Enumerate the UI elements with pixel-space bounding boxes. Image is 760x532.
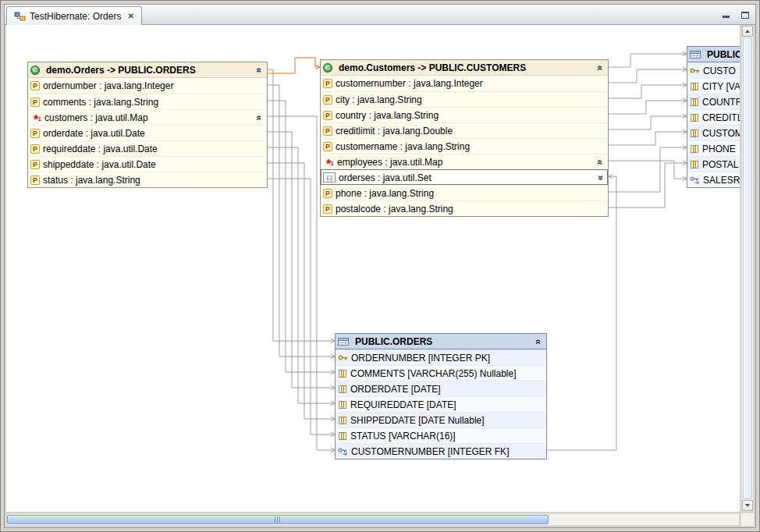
- column-icon: [690, 98, 699, 107]
- field-row-orderses[interactable]: orderses : java.util.Set: [321, 169, 608, 185]
- field-row[interactable]: creditlimit : java.lang.Double: [321, 122, 608, 138]
- column-row[interactable]: ORDERDATE [DATE]: [336, 381, 546, 396]
- field-row[interactable]: phone : java.lang.String: [321, 185, 608, 200]
- class-icon: [30, 66, 40, 75]
- column-row[interactable]: SHIPPEDDATE [DATE Nullable]: [336, 412, 546, 427]
- expand-icon[interactable]: [595, 172, 606, 183]
- field-row[interactable]: customers : java.util.Map: [28, 109, 267, 125]
- field-label: orderdate : java.util.Date: [43, 128, 145, 139]
- view-window-controls: [720, 9, 751, 20]
- foreign-key-icon: [338, 447, 348, 456]
- primary-key-icon: [690, 66, 700, 75]
- entity-header[interactable]: demo.Orders -> PUBLIC.ORDERS: [28, 62, 267, 78]
- property-icon: [323, 142, 332, 151]
- vertical-scrollbar[interactable]: [741, 25, 754, 512]
- collapse-icon[interactable]: [254, 112, 265, 123]
- arrow-up-icon: [745, 30, 750, 33]
- view-tab-bar: TestHibernate: Orders ✕: [5, 5, 755, 25]
- column-label: CUSTOM: [702, 128, 740, 139]
- column-icon: [338, 400, 347, 410]
- column-icon: [690, 129, 699, 138]
- vertical-scrollbar-thumb[interactable]: [743, 37, 752, 499]
- field-row[interactable]: customernumber : java.lang.Integer: [321, 76, 608, 91]
- field-row[interactable]: ordernumber : java.lang.Integer: [28, 78, 267, 94]
- column-row[interactable]: STATUS [VARCHAR(16)]: [336, 427, 546, 443]
- table-public-customers[interactable]: PUBLIC.CUSTOMERS CUSTO CITY [VA: [687, 46, 740, 188]
- column-icon: [690, 113, 699, 122]
- property-icon: [323, 204, 332, 214]
- collapse-icon[interactable]: [533, 336, 544, 347]
- thumb-grip-icon: [275, 516, 282, 523]
- property-icon: [323, 95, 332, 105]
- property-icon: [30, 81, 40, 90]
- column-row[interactable]: ORDERNUMBER [INTEGER PK]: [336, 349, 546, 365]
- column-row[interactable]: SALESR: [687, 172, 740, 187]
- field-row[interactable]: postalcode : java.lang.String: [321, 200, 608, 216]
- field-label: phone : java.lang.String: [336, 188, 434, 199]
- column-icon: [690, 160, 699, 169]
- maximize-button[interactable]: [739, 9, 751, 20]
- column-row[interactable]: CITY [VA: [687, 78, 740, 94]
- minimize-button[interactable]: [720, 9, 732, 20]
- table-header[interactable]: PUBLIC.ORDERS: [336, 334, 546, 349]
- tab-close-icon[interactable]: ✕: [127, 12, 133, 20]
- table-header[interactable]: PUBLIC.CUSTOMERS: [687, 47, 740, 62]
- entity-customers-class[interactable]: demo.Customers -> PUBLIC.CUSTOMERS custo…: [320, 59, 609, 217]
- field-label: customername : java.lang.String: [336, 141, 470, 152]
- table-title: PUBLIC.ORDERS: [355, 336, 432, 347]
- column-row[interactable]: CUSTOMERNUMBER [INTEGER FK]: [336, 443, 546, 459]
- column-label: ORDERDATE [DATE]: [350, 384, 441, 395]
- field-row[interactable]: requireddate : java.util.Date: [28, 140, 267, 156]
- property-icon: [30, 98, 40, 107]
- table-icon: [338, 337, 349, 346]
- set-icon: [323, 172, 336, 183]
- field-label: customernumber : java.lang.Integer: [336, 78, 483, 89]
- entity-header[interactable]: demo.Customers -> PUBLIC.CUSTOMERS: [321, 60, 608, 76]
- column-icon: [338, 416, 347, 425]
- column-row[interactable]: CUSTOM: [687, 125, 740, 140]
- column-icon: [690, 82, 699, 91]
- collapse-icon[interactable]: [595, 62, 606, 73]
- column-label: CITY [VA: [702, 81, 740, 92]
- tab-testhibernate-orders[interactable]: TestHibernate: Orders ✕: [6, 6, 142, 25]
- column-label: SHIPPEDDATE [DATE Nullable]: [350, 415, 485, 426]
- field-label: shippeddate : java.util.Date: [43, 159, 156, 170]
- column-row[interactable]: CREDITL: [687, 109, 740, 125]
- field-row[interactable]: orderdate : java.util.Date: [28, 125, 267, 140]
- diagram-canvas[interactable]: demo.Orders -> PUBLIC.ORDERS ordernumber…: [6, 25, 740, 512]
- column-row[interactable]: PHONE: [687, 140, 740, 156]
- property-icon: [30, 129, 40, 138]
- field-row[interactable]: employees : java.util.Map: [321, 154, 608, 169]
- property-icon: [323, 189, 332, 198]
- field-row[interactable]: shippeddate : java.util.Date: [28, 156, 267, 172]
- scroll-up-button[interactable]: [742, 26, 753, 37]
- column-label: STATUS [VARCHAR(16)]: [350, 431, 456, 442]
- many-to-one-icon: [323, 157, 334, 167]
- field-row[interactable]: country : java.lang.String: [321, 107, 608, 122]
- horizontal-scrollbar-thumb[interactable]: [7, 515, 549, 524]
- field-label: comments : java.lang.String: [43, 97, 158, 108]
- field-row[interactable]: status : java.lang.String: [28, 172, 267, 187]
- column-row[interactable]: COMMENTS [VARCHAR(255) Nullable]: [336, 365, 546, 381]
- entity-orders-class[interactable]: demo.Orders -> PUBLIC.ORDERS ordernumber…: [27, 62, 268, 188]
- table-public-orders[interactable]: PUBLIC.ORDERS ORDERNUMBER [INTEGER PK] C…: [335, 333, 547, 459]
- column-label: COUNTR: [702, 97, 740, 108]
- field-label: postalcode : java.lang.String: [336, 204, 453, 215]
- field-label: customers : java.util.Map: [44, 112, 148, 123]
- column-row[interactable]: COUNTR: [687, 94, 740, 109]
- field-label: city : java.lang.String: [336, 94, 422, 105]
- collapse-icon[interactable]: [595, 157, 606, 168]
- class-icon: [323, 63, 332, 73]
- column-row[interactable]: POSTAL: [687, 156, 740, 172]
- column-row[interactable]: REQUIREDDATE [DATE]: [336, 396, 546, 412]
- field-row[interactable]: comments : java.lang.String: [28, 94, 267, 109]
- field-row[interactable]: customername : java.lang.String: [321, 138, 608, 154]
- horizontal-scrollbar[interactable]: [6, 513, 740, 526]
- column-row[interactable]: CUSTO: [687, 62, 740, 78]
- scroll-down-button[interactable]: [742, 500, 753, 511]
- field-row[interactable]: city : java.lang.String: [321, 91, 608, 107]
- collapse-icon[interactable]: [254, 65, 265, 76]
- field-label: status : java.lang.String: [43, 175, 140, 186]
- field-label: employees : java.util.Map: [337, 157, 442, 168]
- primary-key-icon: [338, 353, 348, 362]
